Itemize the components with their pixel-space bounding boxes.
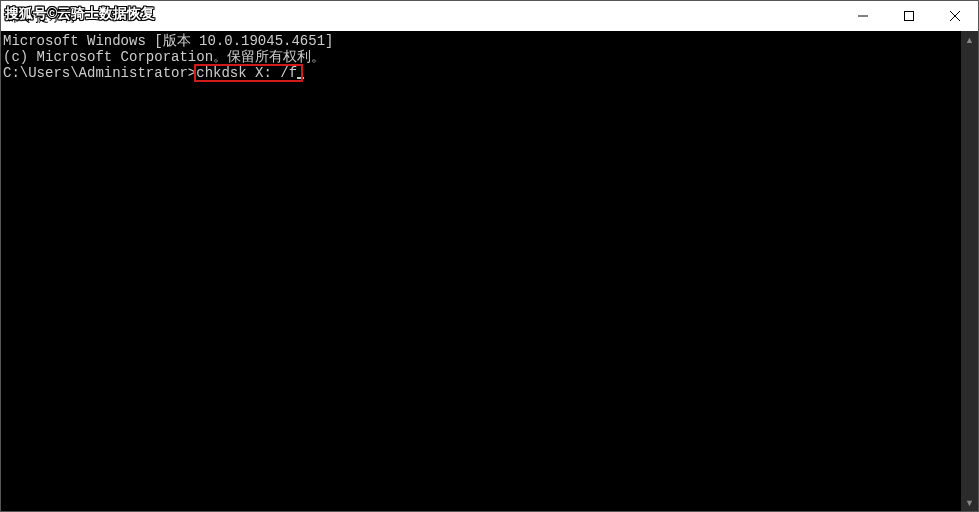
terminal-prompt-line: C:\Users\Administrator>chkdsk X: /f	[3, 65, 961, 81]
scroll-up-icon[interactable]: ▲	[961, 31, 978, 48]
svg-rect-0	[905, 12, 914, 21]
terminal-area: Microsoft Windows [版本 10.0.19045.4651](c…	[1, 31, 978, 511]
terminal-prompt: C:\Users\Administrator>	[3, 65, 196, 81]
maximize-icon	[904, 11, 914, 21]
terminal-line-version: Microsoft Windows [版本 10.0.19045.4651]	[3, 33, 961, 49]
terminal[interactable]: Microsoft Windows [版本 10.0.19045.4651](c…	[1, 31, 961, 511]
minimize-button[interactable]	[840, 1, 886, 31]
terminal-command: chkdsk X: /f	[196, 65, 297, 81]
terminal-cursor	[297, 77, 304, 79]
titlebar-left: 命令提示符	[1, 1, 77, 31]
command-prompt-window: 命令提示符 搜狐号©云骑士数据恢复 Microsoft Windows [版本 …	[0, 0, 979, 512]
close-button[interactable]	[932, 1, 978, 31]
maximize-button[interactable]	[886, 1, 932, 31]
titlebar[interactable]: 命令提示符 搜狐号©云骑士数据恢复	[1, 1, 978, 31]
terminal-line-copyright: (c) Microsoft Corporation。保留所有权利。	[3, 49, 961, 65]
scroll-down-icon[interactable]: ▼	[961, 494, 978, 511]
window-title: 命令提示符	[7, 1, 77, 31]
minimize-icon	[858, 11, 868, 21]
close-icon	[950, 11, 960, 21]
window-controls	[840, 1, 978, 31]
vertical-scrollbar[interactable]: ▲ ▼	[961, 31, 978, 511]
